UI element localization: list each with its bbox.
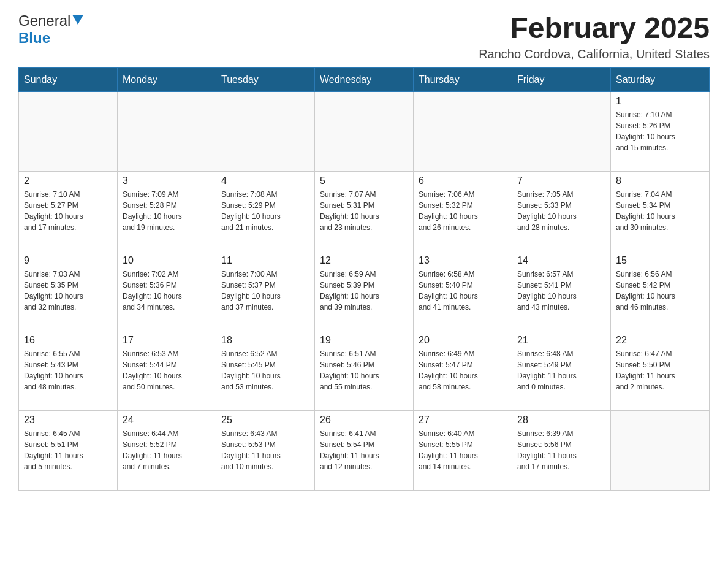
day-number: 24 <box>123 415 211 426</box>
calendar-table: Sunday Monday Tuesday Wednesday Thursday… <box>18 67 710 491</box>
day-info: Sunrise: 6:39 AM Sunset: 5:56 PM Dayligh… <box>517 428 605 472</box>
day-number: 26 <box>320 415 408 426</box>
header-wednesday: Wednesday <box>315 67 414 91</box>
table-row: 16Sunrise: 6:55 AM Sunset: 5:43 PM Dayli… <box>19 331 118 410</box>
day-info: Sunrise: 7:04 AM Sunset: 5:34 PM Dayligh… <box>616 189 704 233</box>
day-info: Sunrise: 6:59 AM Sunset: 5:39 PM Dayligh… <box>320 269 408 313</box>
day-number: 22 <box>616 335 704 346</box>
table-row: 3Sunrise: 7:09 AM Sunset: 5:28 PM Daylig… <box>118 171 216 251</box>
calendar-week-row: 2Sunrise: 7:10 AM Sunset: 5:27 PM Daylig… <box>19 171 710 251</box>
day-number: 25 <box>221 415 309 426</box>
day-info: Sunrise: 6:55 AM Sunset: 5:43 PM Dayligh… <box>24 348 112 393</box>
day-number: 1 <box>616 96 704 107</box>
day-info: Sunrise: 7:07 AM Sunset: 5:31 PM Dayligh… <box>320 189 408 233</box>
calendar-week-row: 9Sunrise: 7:03 AM Sunset: 5:35 PM Daylig… <box>19 251 710 331</box>
table-row <box>118 91 216 171</box>
table-row: 27Sunrise: 6:40 AM Sunset: 5:55 PM Dayli… <box>414 410 512 490</box>
table-row: 22Sunrise: 6:47 AM Sunset: 5:50 PM Dayli… <box>611 331 710 410</box>
day-number: 14 <box>517 255 605 266</box>
table-row: 5Sunrise: 7:07 AM Sunset: 5:31 PM Daylig… <box>315 171 414 251</box>
table-row: 14Sunrise: 6:57 AM Sunset: 5:41 PM Dayli… <box>512 251 611 331</box>
day-number: 11 <box>221 255 309 266</box>
table-row: 18Sunrise: 6:52 AM Sunset: 5:45 PM Dayli… <box>216 331 315 410</box>
table-row <box>414 91 512 171</box>
day-number: 6 <box>419 175 507 186</box>
day-info: Sunrise: 7:00 AM Sunset: 5:37 PM Dayligh… <box>221 269 309 313</box>
day-number: 4 <box>221 175 309 186</box>
day-info: Sunrise: 7:09 AM Sunset: 5:28 PM Dayligh… <box>123 189 211 233</box>
table-row: 20Sunrise: 6:49 AM Sunset: 5:47 PM Dayli… <box>414 331 512 410</box>
table-row: 26Sunrise: 6:41 AM Sunset: 5:54 PM Dayli… <box>315 410 414 490</box>
day-info: Sunrise: 6:58 AM Sunset: 5:40 PM Dayligh… <box>419 269 507 313</box>
header-monday: Monday <box>118 67 216 91</box>
table-row: 21Sunrise: 6:48 AM Sunset: 5:49 PM Dayli… <box>512 331 611 410</box>
table-row <box>19 91 118 171</box>
table-row <box>611 410 710 490</box>
day-info: Sunrise: 7:05 AM Sunset: 5:33 PM Dayligh… <box>517 189 605 233</box>
header-sunday: Sunday <box>19 67 118 91</box>
day-info: Sunrise: 6:49 AM Sunset: 5:47 PM Dayligh… <box>419 348 507 393</box>
table-row: 24Sunrise: 6:44 AM Sunset: 5:52 PM Dayli… <box>118 410 216 490</box>
day-info: Sunrise: 7:06 AM Sunset: 5:32 PM Dayligh… <box>419 189 507 233</box>
logo-blue-text: Blue <box>18 29 50 46</box>
day-number: 10 <box>123 255 211 266</box>
day-info: Sunrise: 6:57 AM Sunset: 5:41 PM Dayligh… <box>517 269 605 313</box>
day-number: 23 <box>24 415 112 426</box>
table-row: 12Sunrise: 6:59 AM Sunset: 5:39 PM Dayli… <box>315 251 414 331</box>
header-friday: Friday <box>512 67 611 91</box>
table-row: 2Sunrise: 7:10 AM Sunset: 5:27 PM Daylig… <box>19 171 118 251</box>
day-info: Sunrise: 6:45 AM Sunset: 5:51 PM Dayligh… <box>24 428 112 472</box>
month-title: February 2025 <box>479 12 710 45</box>
table-row: 19Sunrise: 6:51 AM Sunset: 5:46 PM Dayli… <box>315 331 414 410</box>
day-number: 19 <box>320 335 408 346</box>
day-number: 18 <box>221 335 309 346</box>
day-info: Sunrise: 6:44 AM Sunset: 5:52 PM Dayligh… <box>123 428 211 472</box>
calendar-week-row: 23Sunrise: 6:45 AM Sunset: 5:51 PM Dayli… <box>19 410 710 490</box>
day-number: 20 <box>419 335 507 346</box>
day-info: Sunrise: 7:10 AM Sunset: 5:27 PM Dayligh… <box>24 189 112 233</box>
header-thursday: Thursday <box>414 67 512 91</box>
day-number: 9 <box>24 255 112 266</box>
table-row: 7Sunrise: 7:05 AM Sunset: 5:33 PM Daylig… <box>512 171 611 251</box>
day-info: Sunrise: 7:10 AM Sunset: 5:26 PM Dayligh… <box>616 109 704 153</box>
day-info: Sunrise: 6:43 AM Sunset: 5:53 PM Dayligh… <box>221 428 309 472</box>
calendar-week-row: 16Sunrise: 6:55 AM Sunset: 5:43 PM Dayli… <box>19 331 710 410</box>
location-title: Rancho Cordova, California, United State… <box>479 47 710 61</box>
table-row: 25Sunrise: 6:43 AM Sunset: 5:53 PM Dayli… <box>216 410 315 490</box>
day-number: 27 <box>419 415 507 426</box>
day-info: Sunrise: 6:41 AM Sunset: 5:54 PM Dayligh… <box>320 428 408 472</box>
day-info: Sunrise: 6:53 AM Sunset: 5:44 PM Dayligh… <box>123 348 211 393</box>
calendar-week-row: 1Sunrise: 7:10 AM Sunset: 5:26 PM Daylig… <box>19 91 710 171</box>
table-row <box>512 91 611 171</box>
page-header: General Blue February 2025 Rancho Cordov… <box>18 12 710 61</box>
table-row: 15Sunrise: 6:56 AM Sunset: 5:42 PM Dayli… <box>611 251 710 331</box>
logo-triangle-icon <box>72 15 83 27</box>
day-info: Sunrise: 6:52 AM Sunset: 5:45 PM Dayligh… <box>221 348 309 393</box>
logo-general-text: General <box>18 12 70 29</box>
table-row: 28Sunrise: 6:39 AM Sunset: 5:56 PM Dayli… <box>512 410 611 490</box>
header-saturday: Saturday <box>611 67 710 91</box>
day-info: Sunrise: 6:48 AM Sunset: 5:49 PM Dayligh… <box>517 348 605 393</box>
day-number: 5 <box>320 175 408 186</box>
day-info: Sunrise: 7:08 AM Sunset: 5:29 PM Dayligh… <box>221 189 309 233</box>
table-row: 10Sunrise: 7:02 AM Sunset: 5:36 PM Dayli… <box>118 251 216 331</box>
day-number: 16 <box>24 335 112 346</box>
table-row <box>216 91 315 171</box>
table-row: 23Sunrise: 6:45 AM Sunset: 5:51 PM Dayli… <box>19 410 118 490</box>
day-info: Sunrise: 7:02 AM Sunset: 5:36 PM Dayligh… <box>123 269 211 313</box>
table-row: 8Sunrise: 7:04 AM Sunset: 5:34 PM Daylig… <box>611 171 710 251</box>
table-row: 9Sunrise: 7:03 AM Sunset: 5:35 PM Daylig… <box>19 251 118 331</box>
day-info: Sunrise: 6:40 AM Sunset: 5:55 PM Dayligh… <box>419 428 507 472</box>
day-number: 2 <box>24 175 112 186</box>
day-info: Sunrise: 6:47 AM Sunset: 5:50 PM Dayligh… <box>616 348 704 393</box>
table-row: 1Sunrise: 7:10 AM Sunset: 5:26 PM Daylig… <box>611 91 710 171</box>
table-row: 4Sunrise: 7:08 AM Sunset: 5:29 PM Daylig… <box>216 171 315 251</box>
logo: General Blue <box>18 12 83 47</box>
day-number: 7 <box>517 175 605 186</box>
day-number: 15 <box>616 255 704 266</box>
table-row: 17Sunrise: 6:53 AM Sunset: 5:44 PM Dayli… <box>118 331 216 410</box>
day-number: 8 <box>616 175 704 186</box>
day-number: 17 <box>123 335 211 346</box>
day-number: 28 <box>517 415 605 426</box>
day-number: 21 <box>517 335 605 346</box>
